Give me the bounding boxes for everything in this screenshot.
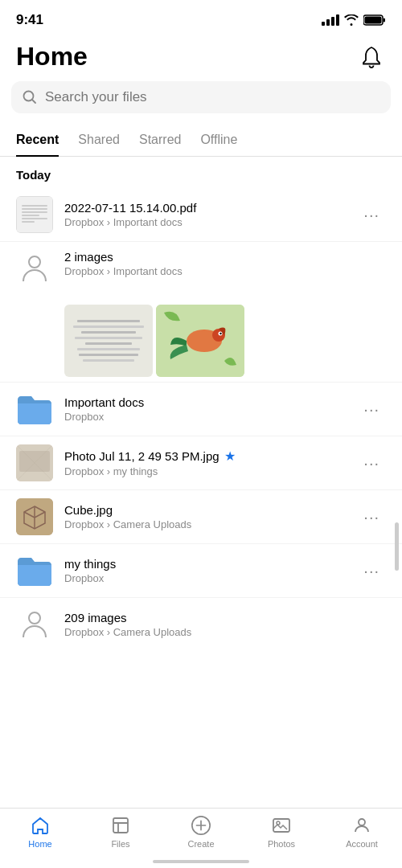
list-item[interactable]: my things Dropbox ··· [0, 544, 402, 598]
nav-label-create: Create [187, 839, 214, 849]
list-item[interactable]: Cube.jpg Dropbox › Camera Uploads ··· [0, 490, 402, 544]
file-info: my things Dropbox [64, 557, 346, 584]
file-thumbnail [16, 444, 53, 481]
svg-point-25 [359, 819, 365, 825]
bottom-navigation: Home Files Create Photos [0, 808, 402, 868]
file-list: 2022-07-11 15.14.00.pdf Dropbox › Import… [0, 188, 402, 651]
file-name: my things [64, 557, 346, 571]
list-item[interactable]: 2022-07-11 15.14.00.pdf Dropbox › Import… [0, 188, 402, 242]
file-path: Dropbox [64, 411, 346, 423]
more-options-button[interactable]: ··· [357, 397, 386, 422]
file-info: Important docs Dropbox [64, 395, 346, 423]
svg-rect-11 [19, 451, 50, 472]
file-thumbnail [16, 498, 53, 535]
tab-recent[interactable]: Recent [16, 126, 59, 157]
star-icon: ★ [224, 448, 236, 464]
file-path: Dropbox › Camera Uploads [64, 626, 386, 638]
nav-item-create[interactable]: Create [177, 815, 225, 849]
search-bar[interactable] [11, 81, 391, 113]
wifi-icon [344, 14, 359, 26]
files-icon [110, 815, 131, 836]
nav-label-files: Files [111, 839, 129, 849]
file-info: 2022-07-11 15.14.00.pdf Dropbox › Import… [64, 201, 346, 228]
file-path: Dropbox [64, 572, 346, 584]
svg-point-4 [29, 256, 40, 268]
folder-thumbnail [16, 391, 53, 428]
file-thumbnail [16, 606, 53, 643]
nav-item-home[interactable]: Home [16, 815, 64, 849]
svg-rect-2 [365, 17, 382, 24]
tab-shared[interactable]: Shared [78, 126, 120, 157]
svg-point-20 [29, 612, 40, 624]
home-indicator [153, 860, 249, 863]
create-icon [191, 815, 211, 836]
svg-rect-21 [113, 818, 128, 833]
file-info: Cube.jpg Dropbox › Camera Uploads [64, 503, 346, 530]
status-time: 9:41 [16, 12, 43, 28]
more-options-button[interactable]: ··· [357, 559, 386, 583]
file-info: 209 images Dropbox › Camera Uploads [64, 611, 386, 638]
file-name: 2022-07-11 15.14.00.pdf [64, 201, 346, 215]
file-name: Important docs [64, 395, 346, 409]
file-info: 2 images Dropbox › Important docs [64, 250, 386, 277]
nav-item-photos[interactable]: Photos [257, 815, 306, 849]
file-path: Dropbox › my things [64, 465, 346, 477]
scroll-indicator [395, 522, 399, 571]
file-path: Dropbox › Camera Uploads [64, 518, 346, 530]
status-icons [322, 14, 386, 26]
more-options-button[interactable]: ··· [357, 451, 386, 476]
image-preview-1 [64, 305, 153, 377]
account-icon [351, 815, 372, 836]
section-today: Today [0, 157, 402, 188]
file-info: Photo Jul 11, 2 49 53 PM.jpg ★ Dropbox ›… [64, 448, 346, 477]
tab-offline[interactable]: Offline [200, 126, 237, 157]
tab-bar: Recent Shared Starred Offline [0, 126, 402, 157]
photos-icon [271, 815, 292, 836]
tab-starred[interactable]: Starred [139, 126, 181, 157]
signal-icon [322, 14, 339, 26]
home-icon [30, 815, 51, 836]
list-item[interactable]: Photo Jul 11, 2 49 53 PM.jpg ★ Dropbox ›… [0, 436, 402, 490]
more-options-button[interactable]: ··· [357, 505, 386, 530]
file-name: Photo Jul 11, 2 49 53 PM.jpg ★ [64, 448, 346, 464]
nav-label-home: Home [28, 839, 51, 849]
file-path: Dropbox › Important docs [64, 265, 386, 277]
page-title: Home [16, 42, 88, 72]
notification-bell-button[interactable] [357, 43, 386, 72]
nav-label-account: Account [346, 839, 378, 849]
battery-icon [363, 14, 386, 26]
list-item[interactable]: 209 images Dropbox › Camera Uploads [0, 598, 402, 651]
file-thumbnail [16, 196, 53, 233]
file-name: 209 images [64, 611, 386, 624]
file-thumbnail [16, 250, 53, 287]
list-item[interactable]: 2 images Dropbox › Important docs [0, 242, 402, 383]
file-name: Cube.jpg [64, 503, 346, 517]
folder-thumbnail [16, 552, 53, 589]
status-bar: 9:41 [0, 0, 402, 35]
image-preview-2 [156, 305, 244, 377]
file-name: 2 images [64, 250, 386, 264]
nav-item-files[interactable]: Files [96, 815, 145, 849]
image-preview-container [64, 305, 386, 377]
search-icon [23, 90, 37, 104]
more-options-button[interactable]: ··· [357, 203, 386, 227]
nav-item-account[interactable]: Account [338, 815, 386, 849]
search-input[interactable] [45, 89, 379, 105]
header: Home [0, 35, 402, 81]
list-item[interactable]: Important docs Dropbox ··· [0, 383, 402, 436]
file-path: Dropbox › Important docs [64, 216, 346, 228]
nav-label-photos: Photos [268, 839, 295, 849]
svg-point-9 [219, 333, 221, 334]
svg-rect-1 [384, 18, 386, 23]
